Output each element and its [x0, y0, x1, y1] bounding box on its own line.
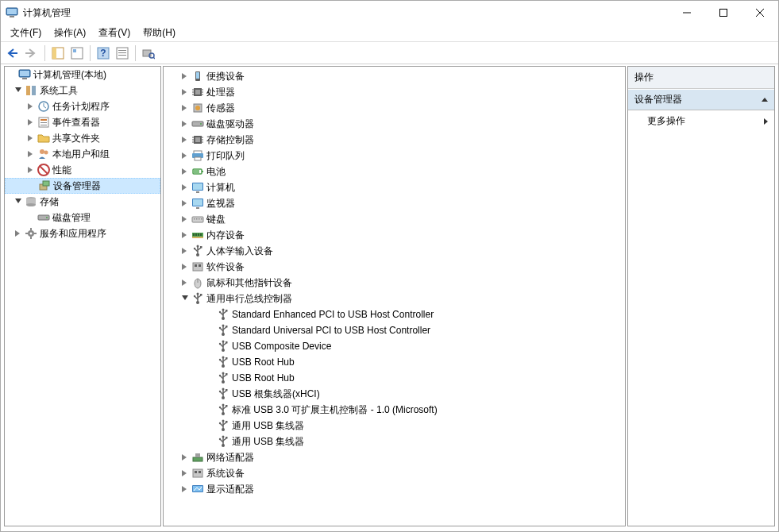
- expand-icon[interactable]: [179, 214, 191, 225]
- properties-button[interactable]: [68, 44, 86, 62]
- device-category-hid[interactable]: 人体学输入设备: [164, 243, 625, 259]
- expand-icon[interactable]: [25, 148, 37, 160]
- tree-shared-folders[interactable]: 共享文件夹: [5, 130, 160, 146]
- tree-label: 任务计划程序: [52, 100, 114, 114]
- tree-system-tools[interactable]: 系统工具: [5, 83, 160, 98]
- device-item[interactable]: 通用 USB 集线器: [164, 434, 625, 449]
- expand-icon[interactable]: [179, 484, 191, 495]
- device-category-portable[interactable]: 便携设备: [164, 68, 625, 84]
- scan-hardware-button[interactable]: [140, 44, 157, 62]
- minimize-button[interactable]: [669, 1, 705, 25]
- actions-more[interactable]: 更多操作: [628, 110, 774, 132]
- expand-icon[interactable]: [25, 101, 37, 112]
- device-tree[interactable]: 便携设备处理器传感器磁盘驱动器存储控制器打印队列电池计算机监视器键盘内存设备人体…: [164, 67, 625, 526]
- collapse-icon[interactable]: [13, 196, 24, 207]
- device-category-memory[interactable]: 内存设备: [164, 227, 625, 243]
- device-icon: [217, 387, 229, 400]
- device-category-sensors[interactable]: 传感器: [164, 100, 625, 116]
- device-label: 传感器: [206, 102, 240, 115]
- expand-icon[interactable]: [179, 150, 191, 161]
- menu-file[interactable]: 文件(F): [4, 25, 48, 41]
- toolbar-separator: [44, 45, 45, 61]
- expand-icon[interactable]: [25, 133, 37, 144]
- device-category-keyboards[interactable]: 键盘: [164, 211, 625, 227]
- toolbar-button[interactable]: [114, 44, 131, 62]
- device-category-system_dev[interactable]: 系统设备: [164, 465, 625, 481]
- expand-icon[interactable]: [179, 198, 191, 209]
- device-item[interactable]: USB Root Hub: [164, 370, 625, 386]
- expand-icon[interactable]: [179, 166, 191, 177]
- expand-icon[interactable]: [179, 102, 191, 114]
- expand-icon[interactable]: [179, 134, 191, 145]
- actions-section[interactable]: 设备管理器: [628, 89, 774, 110]
- tree-services-apps[interactable]: 服务和应用程序: [5, 226, 160, 241]
- help-button[interactable]: ?: [94, 44, 112, 62]
- device-label: 存储控制器: [206, 133, 259, 147]
- tree-event-viewer[interactable]: 事件查看器: [5, 114, 160, 130]
- menubar: 文件(F) 操作(A) 查看(V) 帮助(H): [1, 25, 778, 42]
- expand-icon[interactable]: [179, 118, 191, 129]
- device-item[interactable]: 通用 USB 集线器: [164, 418, 625, 434]
- device-label: 通用串行总线控制器: [206, 292, 297, 306]
- collapse-icon[interactable]: [179, 293, 191, 304]
- expand-icon[interactable]: [179, 182, 191, 193]
- svg-rect-85: [118, 50, 126, 51]
- expand-icon[interactable]: [179, 277, 191, 288]
- spacer: [205, 404, 216, 415]
- expand-icon[interactable]: [179, 261, 191, 272]
- expand-icon[interactable]: [179, 245, 191, 256]
- device-category-processors[interactable]: 处理器: [164, 84, 625, 100]
- device-category-usb_ctrl[interactable]: 通用串行总线控制器: [164, 291, 625, 306]
- collapse-icon[interactable]: [13, 85, 24, 96]
- show-hide-tree-button[interactable]: [49, 44, 67, 62]
- menu-help[interactable]: 帮助(H): [137, 25, 182, 41]
- svg-rect-79: [52, 48, 56, 59]
- device-category-network[interactable]: 网络适配器: [164, 449, 625, 465]
- actions-more-label: 更多操作: [647, 114, 685, 128]
- device-item[interactable]: 标准 USB 3.0 可扩展主机控制器 - 1.0 (Microsoft): [164, 402, 625, 418]
- tree-root[interactable]: 计算机管理(本地): [5, 67, 160, 83]
- device-category-software_dev[interactable]: 软件设备: [164, 259, 625, 275]
- svg-rect-86: [118, 52, 126, 53]
- svg-rect-81: [73, 49, 76, 52]
- device-label: 通用 USB 集线器: [232, 419, 309, 433]
- tree-disk-mgmt[interactable]: 磁盘管理: [5, 210, 160, 226]
- expand-icon[interactable]: [179, 71, 191, 82]
- tree-task-scheduler[interactable]: 任务计划程序: [5, 98, 160, 114]
- device-item[interactable]: Standard Enhanced PCI to USB Host Contro…: [164, 306, 625, 322]
- tree-device-manager[interactable]: 设备管理器: [5, 178, 160, 194]
- tree-local-users[interactable]: 本地用户和组: [5, 146, 160, 162]
- tree-performance[interactable]: 性能: [5, 162, 160, 178]
- nav-forward-button[interactable]: [23, 44, 40, 62]
- device-category-computer[interactable]: 计算机: [164, 179, 625, 195]
- device-item[interactable]: USB Root Hub: [164, 354, 625, 370]
- device-category-batteries[interactable]: 电池: [164, 164, 625, 179]
- app-icon: [6, 6, 18, 19]
- submenu-icon: [764, 118, 768, 125]
- device-icon: [191, 165, 204, 178]
- device-icon: [191, 260, 204, 273]
- maximize-button[interactable]: [705, 1, 742, 25]
- menu-view[interactable]: 查看(V): [92, 25, 137, 41]
- device-category-monitors[interactable]: 监视器: [164, 195, 625, 211]
- expand-icon[interactable]: [179, 87, 191, 98]
- expand-icon[interactable]: [179, 229, 191, 241]
- menu-action[interactable]: 操作(A): [48, 25, 92, 41]
- window-title: 计算机管理: [23, 6, 669, 20]
- device-item[interactable]: Standard Universal PCI to USB Host Contr…: [164, 322, 625, 338]
- close-button[interactable]: [742, 1, 778, 25]
- device-category-disk_drives[interactable]: 磁盘驱动器: [164, 116, 625, 132]
- device-category-display[interactable]: 显示适配器: [164, 481, 625, 497]
- expand-icon[interactable]: [25, 117, 37, 128]
- device-item[interactable]: USB Composite Device: [164, 338, 625, 354]
- device-category-storage_ctrl[interactable]: 存储控制器: [164, 132, 625, 148]
- expand-icon[interactable]: [13, 228, 24, 239]
- expand-icon[interactable]: [179, 452, 191, 463]
- device-category-print_queues[interactable]: 打印队列: [164, 148, 625, 164]
- expand-icon[interactable]: [25, 164, 37, 175]
- nav-back-button[interactable]: [4, 44, 21, 62]
- tree-storage[interactable]: 存储: [5, 194, 160, 210]
- device-item[interactable]: USB 根集线器(xHCI): [164, 386, 625, 402]
- expand-icon[interactable]: [179, 468, 191, 479]
- device-category-mice[interactable]: 鼠标和其他指针设备: [164, 275, 625, 291]
